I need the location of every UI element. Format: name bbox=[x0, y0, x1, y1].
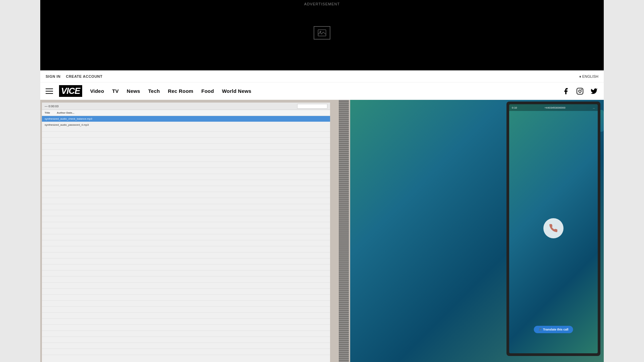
laptop-side: — 0:00:03 Title Author Date... synthesiz… bbox=[40, 100, 350, 362]
laptop-toolbar: — 0:00:03 bbox=[42, 103, 330, 110]
table-col-title: Title bbox=[45, 111, 50, 114]
hamburger-line-3 bbox=[46, 93, 53, 94]
table-col-author: Author Date... bbox=[57, 111, 74, 114]
advertisement-area: ADVERTISEMENT bbox=[40, 0, 604, 70]
nav-link-video[interactable]: Video bbox=[90, 88, 104, 94]
phone-number-display: +4403453000000 bbox=[544, 106, 566, 109]
translate-call-button[interactable]: 🎵 Translate this call bbox=[534, 326, 573, 333]
hamburger-line-2 bbox=[46, 91, 53, 92]
nav-link-tech[interactable]: Tech bbox=[148, 88, 160, 94]
main-container: ADVERTISEMENT SIGN IN CREATE ACCOUNT ♦ E… bbox=[40, 0, 604, 362]
svg-point-4 bbox=[581, 89, 582, 90]
nav-social-icons bbox=[561, 87, 598, 96]
hamburger-line-1 bbox=[46, 88, 53, 89]
nav-link-world-news[interactable]: World News bbox=[222, 88, 252, 94]
nav-link-rec-room[interactable]: Rec Room bbox=[168, 88, 194, 94]
table-row-1[interactable]: synthesized_audio_check_balance.mp3 bbox=[42, 116, 330, 122]
facebook-icon[interactable] bbox=[561, 87, 570, 96]
toolbar-time: — 0:00:03 bbox=[45, 105, 59, 108]
hamburger-menu[interactable] bbox=[46, 86, 55, 96]
row-text-2: synthesized_audio_password_4.mp3 bbox=[45, 123, 89, 126]
call-time: 0:10 bbox=[512, 106, 517, 109]
vice-logo[interactable]: VICE bbox=[59, 85, 82, 97]
top-bar: SIGN IN CREATE ACCOUNT ♦ ENGLISH bbox=[40, 70, 604, 82]
phone-call-button[interactable] bbox=[543, 218, 564, 238]
twitter-icon[interactable] bbox=[590, 87, 598, 96]
nav-links: Video TV News Tech Rec Room Food World N… bbox=[90, 88, 252, 94]
vice-logo-text: VICE bbox=[59, 85, 82, 97]
row-text-1: synthesized_audio_check_balance.mp3 bbox=[45, 117, 92, 120]
nav-bar: VICE Video TV News Tech Rec Room Food Wo… bbox=[40, 82, 604, 100]
phone-screen: 0:10 +4403453000000 ... bbox=[509, 104, 598, 353]
phone-status-bar: 0:10 +4403453000000 ... bbox=[509, 104, 598, 111]
right-side-panel bbox=[604, 0, 644, 362]
instagram-icon[interactable] bbox=[576, 87, 584, 96]
table-header: Title Author Date... bbox=[42, 110, 330, 116]
content-area: — 0:00:03 Title Author Date... synthesiz… bbox=[40, 100, 604, 362]
table-row-2[interactable]: synthesized_audio_password_4.mp3 bbox=[42, 122, 330, 128]
left-side-panel bbox=[0, 0, 40, 362]
svg-point-1 bbox=[320, 31, 321, 33]
nav-link-tv[interactable]: TV bbox=[112, 88, 119, 94]
sign-in-link[interactable]: SIGN IN bbox=[46, 74, 60, 78]
top-bar-links: SIGN IN CREATE ACCOUNT bbox=[46, 74, 103, 78]
create-account-link[interactable]: CREATE ACCOUNT bbox=[66, 74, 102, 78]
nav-link-news[interactable]: News bbox=[127, 88, 140, 94]
svg-point-3 bbox=[579, 90, 581, 92]
toolbar-search-box bbox=[297, 104, 327, 109]
spring-element bbox=[339, 100, 349, 362]
ad-label: ADVERTISEMENT bbox=[304, 2, 340, 6]
signal-indicators: ... bbox=[593, 106, 595, 109]
ad-image-placeholder bbox=[314, 26, 330, 40]
svg-rect-2 bbox=[577, 88, 583, 94]
language-selector[interactable]: ♦ ENGLISH bbox=[579, 74, 598, 78]
phone-side: 0:10 +4403453000000 ... bbox=[350, 100, 604, 362]
phone-frame: 0:10 +4403453000000 ... bbox=[506, 102, 600, 356]
nav-link-food[interactable]: Food bbox=[201, 88, 214, 94]
laptop-screen: — 0:00:03 Title Author Date... synthesiz… bbox=[42, 103, 330, 362]
video-content: — 0:00:03 Title Author Date... synthesiz… bbox=[40, 100, 604, 362]
laptop-body bbox=[42, 128, 330, 361]
